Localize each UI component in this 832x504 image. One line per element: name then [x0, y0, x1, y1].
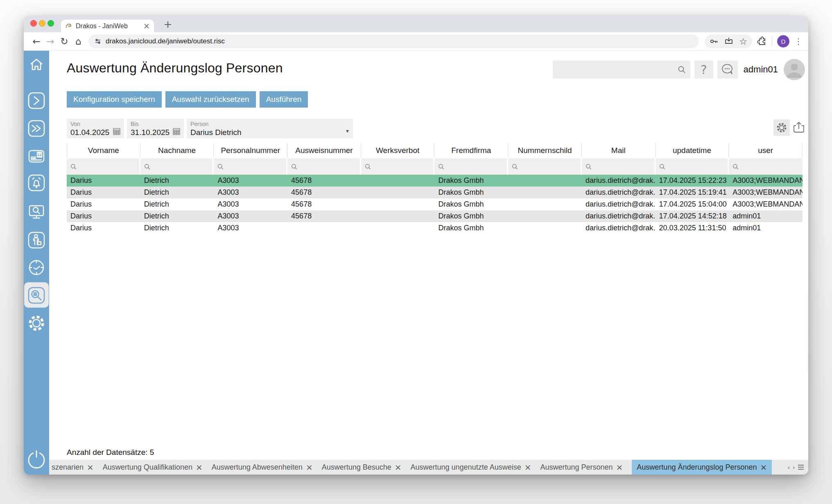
- feedback-button[interactable]: [717, 61, 738, 79]
- sidebar-item-home[interactable]: [27, 55, 46, 74]
- bell-icon: [27, 173, 46, 192]
- sidebar-item-id-card[interactable]: [27, 147, 46, 166]
- column-header-updatetime[interactable]: updatetime: [656, 143, 729, 158]
- window-minimize-button[interactable]: [39, 20, 45, 27]
- date-to-field[interactable]: Bis 31.10.2025: [127, 119, 184, 138]
- sidebar-item-logout[interactable]: [26, 449, 47, 470]
- bottom-tab[interactable]: szenarien×: [52, 460, 94, 475]
- column-filter-user[interactable]: [729, 158, 803, 175]
- table-row[interactable]: DariusDietrichA300345678Drakos Gmbhdariu…: [67, 198, 803, 210]
- calendar-icon[interactable]: [172, 127, 181, 135]
- sidebar-item-visitor[interactable]: [27, 231, 46, 250]
- chat-bubble-icon: [721, 63, 735, 76]
- tab-close-icon[interactable]: ×: [196, 460, 203, 475]
- url-bar[interactable]: drakos.janicloud.de/janiweb/outest.risc: [88, 34, 699, 48]
- bottom-tab[interactable]: Auswertung Änderungslog Personen×: [632, 460, 772, 475]
- search-icon: [677, 65, 686, 74]
- sidebar-item-fast-forward[interactable]: [27, 119, 46, 138]
- table-cell: A3003: [214, 187, 287, 198]
- global-search-box[interactable]: [553, 61, 690, 79]
- bottom-tab[interactable]: Auswertung Abwesenheiten×: [212, 460, 313, 475]
- sidebar-item-time[interactable]: [27, 258, 46, 277]
- sidebar-item-settings[interactable]: [27, 314, 46, 333]
- reset-selection-button[interactable]: Auswahl zurücksetzen: [165, 91, 256, 108]
- bottom-tab[interactable]: Auswertung Personen×: [540, 460, 623, 475]
- main-content: Auswertung Änderungslog Personen ?: [49, 51, 808, 475]
- extensions-puzzle-icon[interactable]: [757, 36, 767, 46]
- table-settings-button[interactable]: [773, 119, 790, 136]
- new-tab-button[interactable]: +: [161, 18, 174, 31]
- sidebar-item-screen-search[interactable]: [27, 202, 46, 221]
- column-filter-updatetime[interactable]: [656, 158, 729, 175]
- column-filter-mail[interactable]: [582, 158, 656, 175]
- date-from-field[interactable]: Von 01.04.2025: [67, 119, 124, 138]
- tab-scroll-right-icon[interactable]: ›: [793, 464, 795, 471]
- export-button[interactable]: [791, 120, 807, 136]
- column-header-fremdfirma[interactable]: Fremdfirma: [434, 143, 508, 158]
- password-key-icon[interactable]: [710, 37, 719, 46]
- column-filter-werksverbot[interactable]: [361, 158, 435, 175]
- table-cell: 17.04.2025 15:22:23: [656, 175, 729, 187]
- tab-close-icon[interactable]: ×: [395, 460, 402, 475]
- sidebar-item-report-search[interactable]: [27, 286, 46, 305]
- column-filter-personalnummer[interactable]: [214, 158, 287, 175]
- search-icon: [291, 163, 298, 170]
- calendar-icon[interactable]: [113, 127, 121, 135]
- browser-tab[interactable]: Drakos - JaniWeb ×: [61, 20, 154, 32]
- home-icon[interactable]: ⌂: [71, 36, 85, 47]
- table-row[interactable]: DariusDietrichA300345678Drakos Gmbhdariu…: [67, 175, 803, 187]
- column-header-personalnummer[interactable]: Personalnummer: [214, 143, 287, 158]
- table-row[interactable]: DariusDietrichA300345678Drakos Gmbhdariu…: [67, 187, 803, 198]
- browser-menu-icon[interactable]: ⋮: [794, 36, 803, 46]
- tab-close-icon[interactable]: ×: [616, 460, 623, 475]
- column-header-nummernschild[interactable]: Nummernschild: [508, 143, 582, 158]
- home-icon: [27, 55, 46, 74]
- column-filter-fremdfirma[interactable]: [434, 158, 508, 175]
- person-select[interactable]: Person Darius Dietrich ▾: [187, 119, 353, 138]
- column-header-user[interactable]: user: [729, 143, 803, 158]
- site-settings-icon[interactable]: [94, 38, 102, 45]
- bottom-tab[interactable]: Auswertung ungenutzte Ausweise×: [411, 460, 531, 475]
- table-row[interactable]: DariusDietrichA3003Drakos Gmbhdarius.die…: [67, 222, 803, 234]
- sidebar-item-forward[interactable]: [27, 91, 46, 110]
- install-app-icon[interactable]: [724, 37, 733, 46]
- power-icon: [26, 449, 47, 470]
- execute-button[interactable]: Ausführen: [260, 91, 308, 108]
- column-header-mail[interactable]: Mail: [582, 143, 656, 158]
- table-row[interactable]: DariusDietrichA300345678Drakos Gmbhdariu…: [67, 210, 803, 222]
- column-filter-ausweisnummer[interactable]: [287, 158, 361, 175]
- tab-close-icon[interactable]: ×: [87, 460, 94, 475]
- column-filter-vorname[interactable]: [67, 158, 140, 175]
- visitor-badge-icon: [27, 231, 46, 250]
- bottom-tab[interactable]: Auswertung Besuche×: [322, 460, 402, 475]
- window-close-button[interactable]: [30, 20, 37, 27]
- sidebar-item-notifications[interactable]: [27, 173, 46, 192]
- tab-list-icon[interactable]: [798, 464, 804, 470]
- tab-close-icon[interactable]: ×: [760, 460, 767, 475]
- tab-close-icon[interactable]: ×: [143, 22, 150, 30]
- global-search-input[interactable]: [557, 65, 677, 74]
- column-header-nachname[interactable]: Nachname: [140, 143, 214, 158]
- browser-profile-avatar[interactable]: D: [777, 35, 789, 47]
- bookmark-star-icon[interactable]: ☆: [739, 36, 747, 47]
- save-configuration-button[interactable]: Konfiguration speichern: [67, 91, 162, 108]
- bottom-tab[interactable]: Auswertung Qualifikationen×: [103, 460, 203, 475]
- user-avatar[interactable]: [784, 59, 805, 80]
- help-button[interactable]: ?: [694, 61, 713, 79]
- tab-close-icon[interactable]: ×: [306, 460, 313, 475]
- forward-icon[interactable]: →: [43, 36, 57, 47]
- column-header-vorname[interactable]: Vorname: [67, 143, 140, 158]
- column-filter-nachname[interactable]: [140, 158, 214, 175]
- column-header-ausweisnummer[interactable]: Ausweisnummer: [287, 143, 361, 158]
- reload-icon[interactable]: ↻: [57, 36, 71, 47]
- table-cell: A3003: [214, 198, 287, 210]
- tab-close-icon[interactable]: ×: [525, 460, 531, 475]
- person-value: Darius Dietrich: [190, 128, 349, 137]
- search-icon: [364, 163, 371, 170]
- back-icon[interactable]: ←: [29, 36, 43, 47]
- column-filter-nummernschild[interactable]: [508, 158, 582, 175]
- column-header-werksverbot[interactable]: Werksverbot: [361, 143, 435, 158]
- tab-scroll-left-icon[interactable]: ‹: [787, 464, 790, 471]
- window-maximize-button[interactable]: [47, 20, 54, 27]
- table-cell: A3003: [214, 222, 287, 234]
